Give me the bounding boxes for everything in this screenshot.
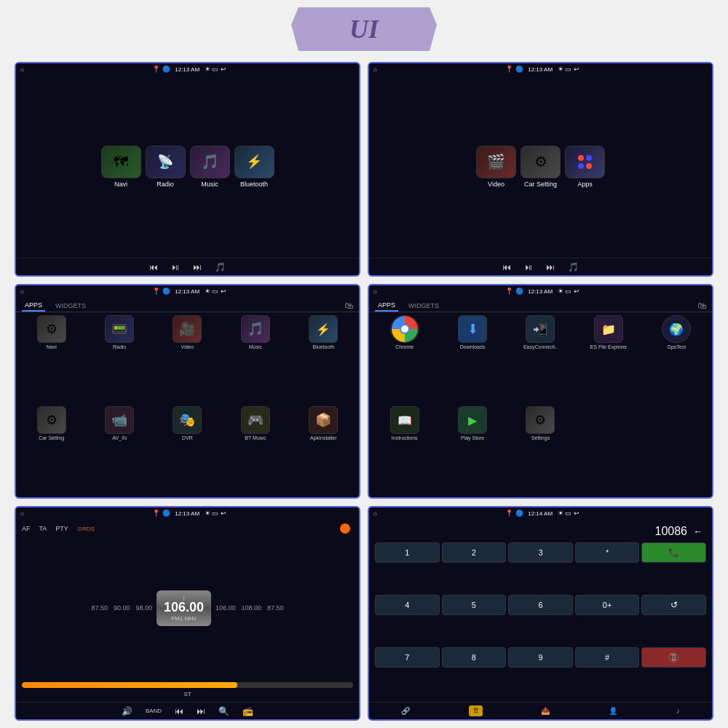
app-music[interactable]: 🎵 Music (190, 146, 230, 188)
grid-app-car-setting[interactable]: ⚙ Car Setting (19, 406, 84, 494)
phone-link-btn[interactable]: 🔗 (401, 707, 410, 715)
store-icon-3[interactable]: 🛍 (344, 301, 353, 311)
gps-icon-5: 📍 (152, 510, 160, 517)
play-btn-2[interactable]: ⏯ (524, 262, 533, 272)
key-5[interactable]: 5 (442, 595, 507, 615)
screen-apps-2: ⌂ 📍 🔵 12:13 AM ☀ ▭ ↩ APPS WIDGETS 🛍 (368, 284, 713, 499)
radio-screen-content: AF TA PTY ⊙RDS 87.50 90.00 98.00 | 106.0… (16, 519, 359, 702)
grid-app-avin[interactable]: 📹 AV_IN (87, 406, 151, 494)
next-freq-btn[interactable]: ⏭ (197, 706, 205, 716)
key-0plus[interactable]: 0+ (575, 595, 640, 615)
radio-ta[interactable]: TA (39, 525, 47, 532)
grid-bt-label: Bluetooth (313, 344, 335, 349)
key-6[interactable]: 6 (508, 595, 573, 615)
store-icon-4[interactable]: 🛍 (697, 301, 706, 311)
home-icon-2: ⌂ (373, 66, 377, 73)
grid-app-video[interactable]: 🎥 Video (155, 315, 220, 403)
grid-app-apk[interactable]: 📦 ApkInstaller (291, 406, 356, 494)
key-1[interactable]: 1 (375, 542, 440, 563)
phone-content: 10086 ← 1 2 3 * 📞 4 5 6 0+ ↺ 7 8 9 (369, 519, 712, 702)
grid-app-radio[interactable]: 📟 Radio (87, 315, 151, 403)
grid-bt-icon: ⚡ (309, 315, 338, 343)
tab-apps-4[interactable]: APPS (375, 300, 398, 312)
app-video[interactable]: 🎬 Video (476, 146, 516, 188)
grid-instructions[interactable]: 📖 Instructions (372, 406, 437, 494)
key-call[interactable]: 📞 (641, 542, 706, 563)
grid-settings[interactable]: ⚙ Settings (508, 406, 573, 494)
app-navi[interactable]: 🗺 Navi (101, 146, 141, 188)
screens-grid: ⌂ 📍 🔵 12:13 AM ☀ ▭ ↩ 🗺 Navi (0, 58, 728, 728)
key-9[interactable]: 9 (508, 647, 573, 668)
phone-transfer-btn[interactable]: 📤 (541, 707, 550, 715)
grid-dvr-label: DVR (182, 435, 193, 440)
time-5: 12:13 AM (175, 510, 199, 517)
next-btn-2[interactable]: ⏭ (546, 262, 555, 272)
backspace-btn[interactable]: ← (693, 526, 703, 537)
key-8[interactable]: 8 (442, 647, 507, 668)
prev-btn-2[interactable]: ⏮ (502, 262, 511, 272)
band-btn[interactable]: BAND (146, 708, 162, 714)
tabs-bar-3: APPS WIDGETS 🛍 (16, 297, 359, 312)
freq-8750: 87.50 (90, 603, 109, 613)
esfile-icon: 📁 (594, 315, 623, 343)
key-end[interactable]: 📵 (641, 647, 706, 668)
grid-app-btmusic[interactable]: 🎮 BT Music (223, 406, 288, 494)
bluetooth-icon-2: 🔵 (515, 66, 523, 73)
app-radio[interactable]: 📡 Radio (146, 146, 186, 188)
key-2[interactable]: 2 (442, 542, 507, 563)
key-4[interactable]: 4 (375, 595, 440, 615)
play-btn-1[interactable]: ⏯ (171, 262, 180, 272)
grid-app-bt[interactable]: ⚡ Bluetooth (291, 315, 356, 403)
grid-playstore[interactable]: ▶ Play Store (440, 406, 505, 494)
home-icon-3: ⌂ (20, 288, 24, 295)
grid-app-dvr[interactable]: 🎭 DVR (155, 406, 220, 494)
music-label: Music (201, 181, 218, 188)
bluetooth-icon-6: 🔵 (515, 510, 523, 517)
car-setting-icon-img: ⚙ (521, 146, 561, 178)
grid-car-label: Car Setting (39, 435, 64, 440)
radio-af[interactable]: AF (22, 525, 31, 532)
phone-music-btn[interactable]: ♪ (676, 707, 680, 715)
volume-btn[interactable]: 🔊 (122, 706, 132, 716)
grid-gpstest[interactable]: 🌍 GpsTest (644, 315, 709, 403)
app-apps[interactable]: Apps (565, 146, 605, 188)
gps-icon-2: 📍 (505, 66, 513, 73)
key-3[interactable]: 3 (508, 542, 573, 563)
prev-freq-btn[interactable]: ⏮ (175, 706, 183, 716)
grid-easyconnect[interactable]: 📲 EasyConnecti.. (508, 315, 573, 403)
phone-contacts-btn[interactable]: 👤 (609, 707, 617, 715)
navi-icon-img: 🗺 (101, 146, 141, 178)
key-star[interactable]: * (575, 542, 640, 563)
radio-icon-btn[interactable]: 📻 (242, 706, 253, 716)
battery-icon-1: ▭ (212, 66, 218, 73)
tab-widgets-3[interactable]: WIDGETS (52, 301, 89, 311)
radio-pty[interactable]: PTY (55, 525, 68, 532)
grid-downloads[interactable]: ⬇ Downloads (440, 315, 505, 403)
grid-app-music[interactable]: 🎵 Music (223, 315, 288, 403)
grid-app-navi[interactable]: ⚙ Navi (19, 315, 84, 403)
next-btn-1[interactable]: ⏭ (193, 262, 202, 272)
bluetooth-icon-img: ⚡ (234, 146, 274, 178)
app-car-setting[interactable]: ⚙ Car Setting (521, 146, 561, 188)
key-reload[interactable]: ↺ (641, 595, 706, 615)
tab-widgets-4[interactable]: WIDGETS (405, 301, 442, 311)
brightness-icon-3: ☀ (205, 288, 210, 295)
grid-video-icon: 🎥 (173, 315, 202, 343)
music-note-2: 🎵 (568, 262, 579, 272)
settings-label: Settings (531, 435, 550, 440)
music-note-1: 🎵 (215, 262, 226, 272)
key-hash[interactable]: # (575, 647, 640, 668)
grid-chrome[interactable]: Chrome (372, 315, 437, 403)
tab-apps-3[interactable]: APPS (22, 300, 45, 312)
phone-grid-btn[interactable]: ⠿ (469, 705, 483, 716)
playstore-label: Play Store (461, 435, 484, 440)
grid-esfile[interactable]: 📁 ES File Explorer (576, 315, 641, 403)
status-bar-3: ⌂ 📍 🔵 12:13 AM ☀ ▭ ↩ (16, 285, 359, 297)
time-4: 12:13 AM (528, 288, 553, 295)
search-btn[interactable]: 🔍 (218, 706, 229, 716)
screen-2-content: 🎬 Video ⚙ Car Setting (369, 75, 712, 258)
prev-btn-1[interactable]: ⏮ (149, 262, 158, 272)
apps-grid-4: Chrome ⬇ Downloads 📲 EasyConnecti.. 📁 (369, 312, 712, 497)
key-7[interactable]: 7 (375, 647, 440, 668)
app-bluetooth[interactable]: ⚡ Bluetooth (234, 146, 274, 188)
